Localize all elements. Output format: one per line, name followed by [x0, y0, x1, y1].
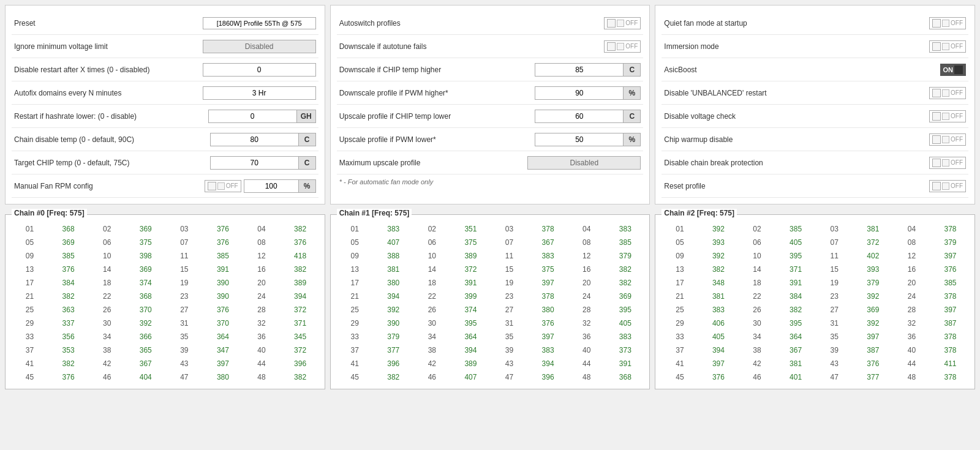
chain-0-panel: Chain #0 [Freq: 575] 0136802369033760438… — [5, 214, 325, 389]
chain-cell-num: 29 — [10, 317, 49, 330]
toggle-box — [617, 43, 624, 50]
chain-cell-num: 26 — [413, 303, 451, 317]
chain-cell-num: 39 — [815, 343, 854, 357]
chain-cell-num: 11 — [490, 249, 529, 263]
chain-cell-num: 21 — [10, 290, 49, 303]
reset-profile-row: Reset profile OFF — [662, 174, 968, 198]
autoswitch-label: Autoswitch profiles — [339, 19, 605, 28]
reset-profile-toggle[interactable]: OFF — [929, 180, 966, 192]
chain-cell-val: 385 — [606, 236, 644, 249]
chain-cell-val: 378 — [529, 222, 567, 236]
restart-hashrate-input[interactable] — [208, 110, 297, 123]
chain-cell-num: 41 — [336, 357, 374, 370]
ignore-voltage-disabled[interactable]: Disabled — [203, 40, 316, 53]
chain-cell-val: 384 — [49, 276, 88, 290]
chain-cell-val: 381 — [777, 357, 815, 370]
chain-cell-val: 396 — [281, 357, 320, 370]
chain-cell-num: 18 — [88, 276, 126, 290]
asicboost-toggle[interactable]: ON — [940, 64, 967, 76]
chain-cell-val: 393 — [854, 263, 892, 276]
preset-input[interactable] — [203, 17, 316, 29]
chain-cell-val: 376 — [529, 317, 567, 330]
chain-cell-num: 41 — [10, 357, 49, 370]
chain-0-grid: 0136802369033760438205369063750737608376… — [6, 215, 325, 389]
downscale-chip-temp-input[interactable] — [535, 63, 624, 77]
chain-cell-num: 25 — [336, 303, 374, 317]
chain-cell-val: 337 — [49, 317, 88, 330]
chain-cell-num: 18 — [413, 276, 451, 290]
toggle-off-label: OFF — [625, 43, 638, 50]
toggle-off-label: OFF — [951, 89, 963, 96]
chain-cell-num: 44 — [243, 357, 281, 370]
chain-cell-num: 47 — [490, 370, 529, 384]
chain-cell-num: 35 — [165, 330, 203, 343]
quiet-fan-toggle[interactable]: OFF — [929, 17, 966, 29]
upscale-chip-temp-unit: C — [624, 110, 641, 123]
toggle-off-label: OFF — [951, 113, 963, 119]
chain-cell-val: 407 — [451, 370, 490, 384]
target-chip-temp-input[interactable] — [210, 156, 299, 170]
chain-cell-val: 351 — [451, 222, 490, 236]
chain-cell-num: 34 — [88, 330, 126, 343]
chain-cell-val: 391 — [451, 276, 490, 290]
manual-fan-input[interactable] — [244, 179, 299, 193]
disable-unbalanced-toggle[interactable]: OFF — [929, 87, 966, 99]
chain-cell-num: 45 — [660, 370, 699, 384]
chain-cell-val: 394 — [374, 290, 413, 303]
chain-cell-num: 33 — [336, 330, 374, 343]
disable-restart-row: Disable restart after X times (0 - disab… — [12, 58, 318, 81]
autoswitch-toggle[interactable]: OFF — [604, 17, 641, 29]
chain-cell-num: 28 — [567, 303, 606, 317]
chain-cell-val: 383 — [699, 303, 737, 317]
chain-disable-temp-unit: C — [299, 133, 316, 146]
chain-cell-num: 09 — [10, 249, 49, 263]
chain-cell-val: 418 — [281, 249, 320, 263]
chain-cell-num: 21 — [660, 290, 699, 303]
chain-cell-val: 392 — [854, 290, 892, 303]
chain-cell-num: 15 — [490, 263, 529, 276]
chain-cell-val: 389 — [451, 357, 490, 370]
downscale-autotune-row: Downscale if autotune fails OFF — [337, 35, 644, 58]
chain-cell-val: 411 — [931, 357, 970, 370]
chain-cell-num: 10 — [738, 249, 777, 263]
chain-cell-num: 12 — [892, 249, 931, 263]
max-upscale-label: Maximum upscale profile — [339, 159, 528, 167]
chain-cell-num: 29 — [336, 317, 374, 330]
chain-cell-num: 19 — [815, 276, 854, 290]
chain-cell-val: 367 — [126, 357, 165, 370]
chain-cell-val: 383 — [606, 330, 644, 343]
disable-chain-break-toggle[interactable]: OFF — [929, 157, 966, 169]
chain-cell-val: 376 — [931, 263, 970, 276]
middle-panel: Autoswitch profiles OFF Downscale if aut… — [330, 5, 650, 204]
chain-cell-val: 394 — [529, 357, 567, 370]
chain-cell-num: 20 — [567, 276, 606, 290]
chain-cell-val: 371 — [777, 263, 815, 276]
chain-disable-temp-input[interactable] — [210, 133, 299, 146]
chain-cell-num: 11 — [165, 249, 203, 263]
max-upscale-disabled[interactable]: Disabled — [527, 156, 641, 170]
downscale-pwm-input[interactable] — [535, 86, 624, 100]
chain-cell-num: 34 — [738, 330, 777, 343]
chain-cell-val: 397 — [529, 330, 567, 343]
upscale-pwm-input[interactable] — [535, 133, 624, 146]
chain-cell-val: 383 — [529, 343, 567, 357]
manual-fan-toggle[interactable]: OFF — [205, 180, 241, 192]
chain-cell-val: 406 — [699, 317, 737, 330]
downscale-pwm-row: Downscale profile if PWM higher* % — [337, 81, 644, 105]
disable-voltage-check-toggle[interactable]: OFF — [929, 110, 966, 122]
disable-restart-input[interactable] — [203, 63, 316, 77]
chain-cell-num: 23 — [490, 290, 529, 303]
chain-cell-val: 382 — [699, 263, 737, 276]
chip-warmup-toggle[interactable]: OFF — [929, 133, 966, 146]
chain-cell-val: 353 — [49, 343, 88, 357]
immersion-mode-toggle[interactable]: OFF — [929, 40, 966, 53]
autofix-input[interactable] — [203, 86, 316, 100]
chain-cell-val: 382 — [281, 370, 320, 384]
chain-cell-val: 382 — [374, 370, 413, 384]
chain-cell-val: 347 — [203, 343, 242, 357]
chain-cell-val: 372 — [281, 303, 320, 317]
chain-cell-val: 372 — [451, 263, 490, 276]
downscale-autotune-toggle[interactable]: OFF — [604, 40, 641, 53]
upscale-chip-temp-input[interactable] — [535, 110, 624, 123]
asicboost-row: AsicBoost ON — [662, 58, 968, 81]
